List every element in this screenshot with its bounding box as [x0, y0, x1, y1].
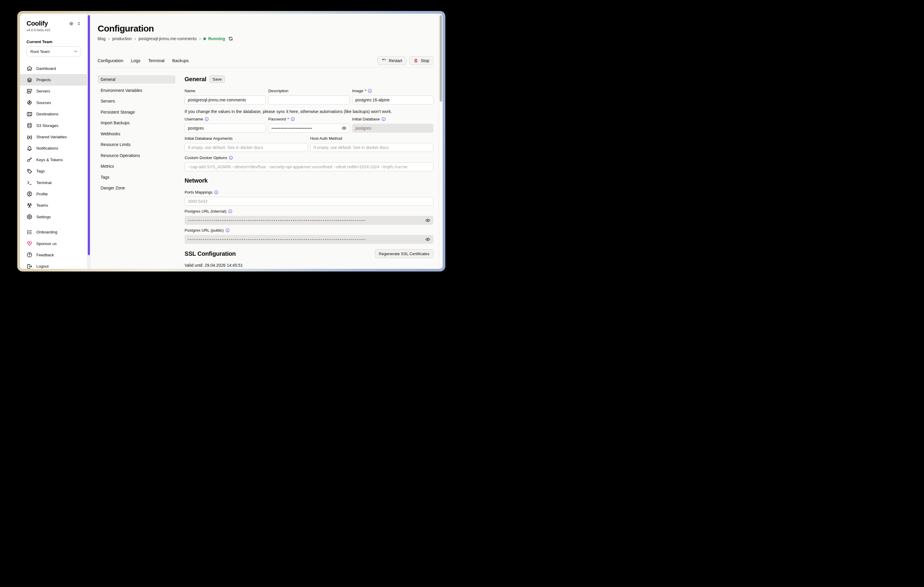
subnav-general[interactable]: General [97, 75, 175, 84]
subnav-webhooks[interactable]: Webhooks [97, 130, 175, 138]
eye-icon[interactable] [425, 218, 431, 223]
sidebar-item-servers[interactable]: Servers [20, 86, 87, 97]
sidebar-item-profile[interactable]: Profile [20, 188, 87, 199]
breadcrumb-resource[interactable]: postgresql-jinmu.me-comments [139, 36, 196, 41]
subnav-tags[interactable]: Tags [97, 173, 175, 181]
app-window: Coolify v4.0.0-beta.415 Current Team Roo… [17, 11, 446, 271]
host-auth-method-input[interactable] [310, 143, 434, 152]
image-label: Image* [352, 88, 434, 94]
breadcrumb-separator: › [200, 36, 201, 41]
sidebar-item-projects[interactable]: Projects [20, 74, 87, 86]
breadcrumb-project[interactable]: blog [97, 36, 106, 41]
tab-backups[interactable]: Backups [172, 58, 189, 63]
breadcrumb-separator: › [108, 36, 109, 41]
logout-icon [26, 263, 33, 269]
info-icon[interactable] [381, 117, 386, 121]
users-icon [26, 202, 33, 209]
sidebar-item-settings[interactable]: Settings [20, 211, 87, 222]
subnav-servers[interactable]: Servers [97, 97, 175, 105]
ports-mappings-input[interactable] [185, 197, 434, 206]
ports-mappings-label: Ports Mappings [185, 189, 434, 195]
layers-icon [26, 77, 33, 83]
sidebar-item-teams[interactable]: Teams [20, 200, 87, 211]
subnav-environment-variables[interactable]: Environment Variables [97, 86, 175, 95]
settings-subnav: General Environment Variables Servers Pe… [97, 75, 175, 268]
tab-terminal[interactable]: Terminal [148, 58, 165, 63]
subnav-danger-zone[interactable]: Danger Zone [97, 184, 175, 192]
info-icon[interactable] [290, 117, 295, 121]
password-input[interactable]: ••••••••••••••••••••••••••• [268, 124, 350, 133]
variables-icon: (x) [26, 134, 33, 140]
sidebar-item-s3-storages[interactable]: S3 Storages [20, 120, 87, 131]
image-input[interactable] [352, 95, 434, 104]
name-input[interactable] [185, 95, 266, 104]
subnav-resource-operations[interactable]: Resource Operations [97, 151, 175, 159]
info-icon[interactable] [214, 190, 218, 194]
sidebar-item-destinations[interactable]: Destinations [20, 109, 87, 120]
breadcrumb-environment[interactable]: production [112, 36, 132, 41]
sidebar-item-sources[interactable]: Sources [20, 97, 87, 108]
sidebar-item-dashboard[interactable]: Dashboard [20, 63, 87, 74]
postgres-url-internal-field: ••••••••••••••••••••••••••••••••••••••••… [185, 216, 434, 225]
app-logo: Coolify [26, 20, 48, 27]
sidebar-scrollbar-thumb[interactable] [88, 15, 90, 255]
user-icon [26, 191, 33, 197]
info-icon[interactable] [225, 228, 230, 233]
postgres-url-public-field: ••••••••••••••••••••••••••••••••••••••••… [185, 235, 434, 244]
refresh-status-icon[interactable] [228, 36, 233, 41]
main-scrollbar-thumb[interactable] [440, 15, 442, 102]
sidebar-item-tags[interactable]: Tags [20, 166, 87, 177]
initial-database-input: postgres [352, 124, 434, 133]
info-icon[interactable] [205, 117, 209, 121]
tab-logs[interactable]: Logs [131, 58, 140, 63]
sidebar-item-feedback[interactable]: Feedback [20, 249, 87, 260]
heart-handshake-icon [26, 240, 33, 247]
regenerate-ssl-button[interactable]: Regenerate SSL Certificates [375, 249, 434, 258]
server-icon [26, 88, 33, 94]
restart-button[interactable]: Restart [378, 56, 406, 65]
description-input[interactable] [268, 95, 350, 104]
sidebar-item-keys-tokens[interactable]: Keys & Tokens [20, 154, 87, 165]
info-icon[interactable] [229, 156, 233, 160]
initial-database-arguments-label: Initial Database Arguments [185, 136, 308, 141]
sidebar-item-shared-variables[interactable]: (x) Shared Variables [20, 131, 87, 143]
collapse-selector-icon[interactable] [77, 21, 81, 26]
sidebar-item-onboarding[interactable]: Onboarding [20, 226, 87, 238]
eye-icon[interactable] [425, 237, 431, 242]
info-icon[interactable] [228, 209, 233, 214]
subnav-persistent-storage[interactable]: Persistent Storage [97, 108, 175, 116]
password-label: Password* [268, 116, 350, 122]
initial-database-arguments-input[interactable] [185, 143, 308, 152]
sidebar-item-terminal[interactable]: Terminal [20, 177, 87, 188]
username-label: Username [185, 116, 266, 122]
custom-docker-options-input[interactable] [185, 162, 434, 171]
sidebar-item-notifications[interactable]: Notifications [20, 143, 87, 154]
restart-icon [382, 58, 386, 63]
subnav-import-backups[interactable]: Import Backups [97, 118, 175, 127]
home-icon [26, 66, 33, 71]
ssl-valid-until: Valid until: 29.04.2026 14:45:51 [185, 263, 434, 268]
status-text: Running [208, 36, 225, 41]
theme-sun-icon[interactable] [69, 21, 74, 26]
app-version: v4.0.0-beta.415 [26, 28, 81, 32]
ssl-section-heading: SSL Configuration [185, 250, 236, 257]
main-scrollbar[interactable] [439, 14, 443, 269]
initial-database-label: Initial Database [352, 116, 434, 122]
sidebar-scrollbar[interactable] [87, 14, 91, 269]
eye-icon[interactable] [342, 125, 347, 131]
stop-button[interactable]: Stop [409, 56, 434, 65]
info-icon[interactable] [368, 89, 372, 93]
username-input[interactable] [185, 124, 266, 133]
subnav-resource-limits[interactable]: Resource Limits [97, 140, 175, 149]
chevron-down-icon [74, 49, 78, 54]
subnav-metrics[interactable]: Metrics [97, 162, 175, 170]
tab-configuration[interactable]: Configuration [97, 58, 123, 63]
status-badge: Running [203, 36, 225, 41]
checklist-icon [26, 229, 33, 235]
terminal-icon [26, 179, 33, 186]
sidebar-item-logout[interactable]: Logout [20, 261, 87, 269]
name-label: Name [185, 88, 266, 94]
sidebar-item-sponsor-us[interactable]: Sponsor us [20, 238, 87, 249]
team-select[interactable]: Root Team [26, 46, 81, 56]
save-button[interactable]: Save [209, 75, 225, 83]
